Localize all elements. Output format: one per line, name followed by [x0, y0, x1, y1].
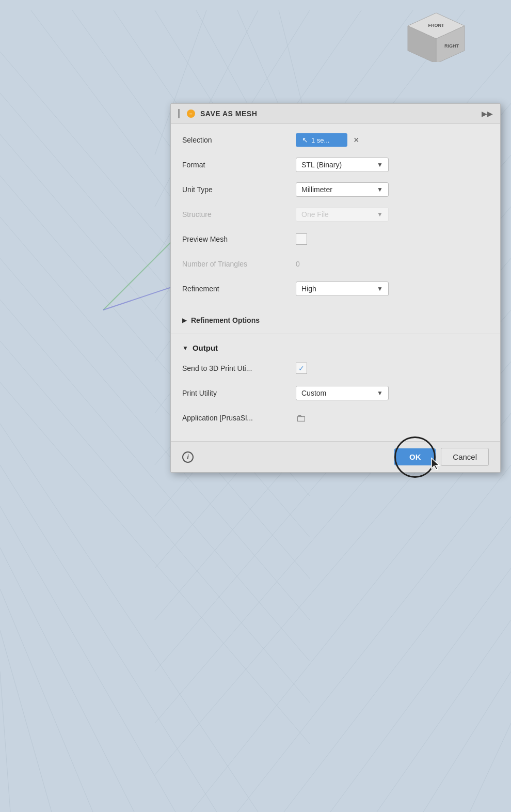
triangles-control: 0: [296, 260, 489, 268]
fast-forward-icon[interactable]: ▶▶: [482, 110, 493, 118]
cursor-arrow-icon: [430, 457, 441, 471]
selection-value: 1 se...: [311, 136, 329, 144]
dialog-footer: i OK Cancel: [171, 441, 500, 472]
svg-text:RIGHT: RIGHT: [444, 43, 459, 49]
cancel-button[interactable]: Cancel: [441, 448, 489, 466]
refinement-row: Refinement High ▼: [182, 280, 489, 298]
format-dropdown-arrow: ▼: [377, 161, 383, 168]
svg-line-35: [423, 672, 511, 812]
output-triangle-icon: ▼: [182, 345, 188, 352]
send-to-3d-checkbox[interactable]: ✓: [296, 363, 307, 374]
selection-button[interactable]: ↖ 1 se...: [296, 133, 347, 147]
preview-mesh-row: Preview Mesh: [182, 230, 489, 248]
orientation-cube: FRONT RIGHT: [403, 10, 470, 62]
format-row: Format STL (Binary) ▼: [182, 156, 489, 174]
save-as-mesh-dialog: − SAVE AS MESH ▶▶ Selection ↖ 1 se... × …: [170, 103, 501, 473]
triangles-label: Number of Triangles: [182, 260, 296, 268]
ok-button-wrap: OK: [394, 448, 436, 465]
svg-marker-50: [432, 458, 439, 470]
selection-control: ↖ 1 se... ×: [296, 133, 489, 147]
print-utility-dropdown[interactable]: Custom ▼: [296, 386, 389, 400]
svg-line-9: [0, 424, 258, 812]
output-header[interactable]: ▼ Output: [182, 343, 489, 352]
unit-type-label: Unit Type: [182, 185, 296, 194]
titlebar-vline: [178, 109, 180, 118]
svg-line-12: [0, 548, 134, 812]
structure-dropdown-arrow: ▼: [377, 211, 383, 218]
svg-line-13: [0, 589, 93, 812]
preview-mesh-label: Preview Mesh: [182, 235, 296, 243]
svg-line-11: [0, 506, 175, 812]
svg-line-34: [377, 620, 511, 812]
svg-line-36: [470, 723, 511, 812]
preview-mesh-control: [296, 233, 489, 245]
unit-type-row: Unit Type Millimeter ▼: [182, 181, 489, 198]
application-control: 🗀: [296, 412, 489, 424]
format-value: STL (Binary): [301, 161, 342, 169]
format-label: Format: [182, 161, 296, 169]
folder-icon[interactable]: 🗀: [296, 412, 306, 424]
structure-row: Structure One File ▼: [182, 206, 489, 223]
unit-type-value: Millimeter: [301, 185, 332, 194]
svg-line-14: [0, 630, 52, 812]
send-to-3d-row: Send to 3D Print Uti... ✓: [182, 360, 489, 377]
titlebar-icon: −: [187, 110, 195, 118]
svg-line-10: [0, 465, 217, 812]
send-to-3d-label: Send to 3D Print Uti...: [182, 364, 296, 372]
print-utility-label: Print Utility: [182, 389, 296, 397]
svg-text:FRONT: FRONT: [428, 23, 444, 28]
checkbox-check-icon: ✓: [298, 364, 305, 372]
refinement-options-triangle: ▶: [182, 317, 187, 324]
svg-line-31: [237, 465, 511, 812]
selection-label: Selection: [182, 136, 296, 144]
ok-button[interactable]: OK: [394, 448, 436, 465]
svg-line-15: [0, 672, 10, 812]
unit-type-dropdown[interactable]: Millimeter ▼: [296, 182, 389, 197]
output-section: ▼ Output Send to 3D Print Uti... ✓ Print…: [171, 336, 500, 441]
info-icon[interactable]: i: [182, 451, 194, 463]
preview-mesh-checkbox[interactable]: [296, 233, 307, 245]
output-title: Output: [193, 343, 218, 352]
refinement-options-label: Refinement Options: [191, 316, 260, 324]
selection-row: Selection ↖ 1 se... ×: [182, 131, 489, 149]
triangles-value: 0: [296, 260, 300, 268]
refinement-value: High: [301, 285, 316, 293]
cursor-icon: ↖: [302, 136, 308, 144]
print-utility-row: Print Utility Custom ▼: [182, 384, 489, 402]
refinement-control: High ▼: [296, 282, 489, 296]
print-utility-control: Custom ▼: [296, 386, 489, 400]
print-utility-value: Custom: [301, 389, 326, 397]
dialog-title: SAVE AS MESH: [200, 110, 476, 118]
refinement-options-row[interactable]: ▶ Refinement Options: [171, 312, 500, 332]
form-section-main: Selection ↖ 1 se... × Format STL (Binary…: [171, 124, 500, 312]
dialog-titlebar: − SAVE AS MESH ▶▶: [171, 104, 500, 124]
cube-svg: FRONT RIGHT: [403, 10, 470, 62]
section-divider: [171, 334, 500, 334]
structure-control: One File ▼: [296, 207, 489, 222]
svg-line-32: [284, 517, 511, 812]
unit-type-control: Millimeter ▼: [296, 182, 489, 197]
refinement-label: Refinement: [182, 285, 296, 293]
triangles-row: Number of Triangles 0: [182, 255, 489, 273]
application-label: Application [PrusaSl...: [182, 414, 296, 422]
print-utility-dropdown-arrow: ▼: [377, 389, 383, 397]
structure-dropdown: One File ▼: [296, 207, 389, 222]
refinement-dropdown-arrow: ▼: [377, 285, 383, 292]
format-control: STL (Binary) ▼: [296, 158, 489, 172]
structure-value: One File: [301, 210, 329, 218]
svg-line-30: [191, 413, 511, 812]
unit-type-dropdown-arrow: ▼: [377, 186, 383, 193]
send-to-3d-control: ✓: [296, 363, 489, 374]
application-row: Application [PrusaSl... 🗀: [182, 409, 489, 427]
refinement-dropdown[interactable]: High ▼: [296, 282, 389, 296]
structure-label: Structure: [182, 210, 296, 218]
dialog-body: Selection ↖ 1 se... × Format STL (Binary…: [171, 124, 500, 472]
format-dropdown[interactable]: STL (Binary) ▼: [296, 158, 389, 172]
selection-clear-button[interactable]: ×: [352, 134, 361, 147]
